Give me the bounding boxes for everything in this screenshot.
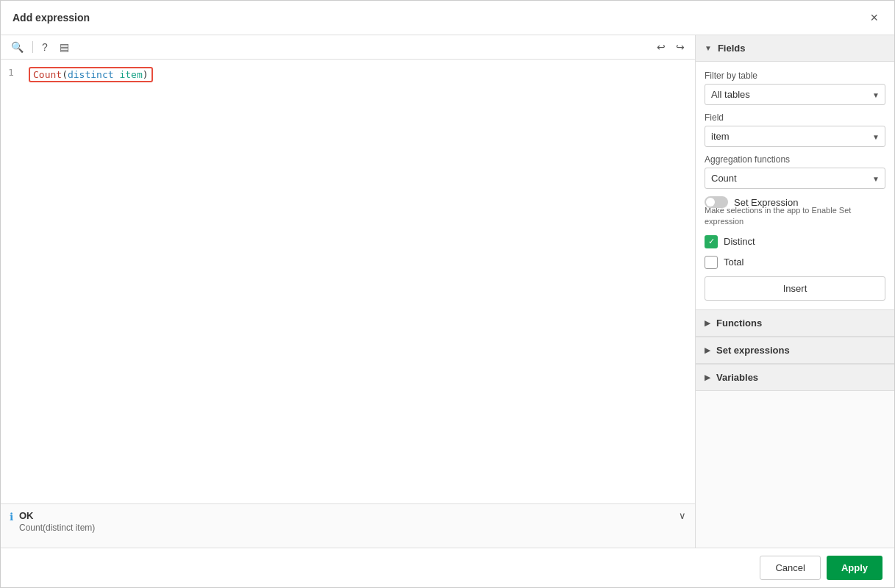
code-expression[interactable]: Count(distinct item) <box>29 67 153 82</box>
toolbar-right: ↩ ↪ <box>654 40 688 54</box>
editor-panel: 🔍 ? ▤ ↩ ↪ 1 <box>1 35 696 548</box>
info-icon: ℹ <box>10 511 13 523</box>
fields-body: Filter by table All tables ▼ Field item <box>696 62 894 309</box>
filter-by-table-label: Filter by table <box>705 71 885 81</box>
fields-section-label: Fields <box>718 43 746 54</box>
close-button[interactable]: × <box>866 10 882 26</box>
line-number: 1 <box>8 67 20 496</box>
search-button[interactable]: 🔍 <box>8 40 26 54</box>
field-group: Field item ▼ <box>705 112 885 147</box>
functions-section-label: Functions <box>716 318 762 329</box>
code-param: item <box>119 69 142 80</box>
variables-chevron-icon: ▶ <box>705 373 710 381</box>
dialog-header: Add expression × <box>1 1 894 35</box>
aggregation-select[interactable]: Count Sum Avg Min Max <box>705 168 885 189</box>
status-ok-label: OK <box>19 510 95 521</box>
distinct-checkbox[interactable]: ✓ <box>705 235 718 248</box>
set-expressions-section-header[interactable]: ▶ Set expressions <box>696 337 894 364</box>
total-checkbox[interactable] <box>705 256 718 269</box>
variables-section-label: Variables <box>716 372 758 383</box>
cancel-button[interactable]: Cancel <box>760 556 820 580</box>
field-select-wrapper: item ▼ <box>705 126 885 147</box>
fields-chevron-icon: ▼ <box>705 44 712 52</box>
total-row: Total <box>705 256 885 269</box>
editor-toolbar: 🔍 ? ▤ ↩ ↪ <box>1 35 695 60</box>
set-expression-group: Set Expression Make selections in the ap… <box>705 196 885 228</box>
field-select[interactable]: item <box>705 126 885 147</box>
dialog-title: Add expression <box>13 12 90 24</box>
dialog-body: 🔍 ? ▤ ↩ ↪ 1 <box>1 35 894 548</box>
distinct-row: ✓ Distinct <box>705 235 885 248</box>
set-expressions-chevron-icon: ▶ <box>705 346 710 354</box>
variables-section: ▶ Variables <box>696 364 894 391</box>
distinct-label: Distinct <box>724 236 755 247</box>
toggle-knob <box>706 198 715 207</box>
set-expressions-section: ▶ Set expressions <box>696 337 894 364</box>
search-icon: 🔍 <box>11 41 24 53</box>
redo-icon: ↪ <box>676 41 685 53</box>
undo-icon: ↩ <box>657 41 666 53</box>
set-expression-hint: Make selections in the app to Enable Set… <box>705 205 885 228</box>
functions-chevron-icon: ▶ <box>705 319 710 327</box>
apply-button[interactable]: Apply <box>827 556 882 580</box>
filter-table-select[interactable]: All tables <box>705 84 885 105</box>
editor-area[interactable]: 1 Count(distinct item) <box>1 60 695 503</box>
status-bar: ℹ OK Count(distinct item) ∨ <box>1 503 695 548</box>
toolbar-divider <box>32 41 33 53</box>
fields-section-header[interactable]: ▼ Fields <box>696 35 894 62</box>
status-expression: Count(distinct item) <box>19 523 95 533</box>
filter-table-select-wrapper: All tables ▼ <box>705 84 885 105</box>
filter-by-table-group: Filter by table All tables ▼ <box>705 71 885 105</box>
functions-section: ▶ Functions <box>696 309 894 337</box>
set-expression-toggle[interactable] <box>705 196 728 208</box>
snippet-icon: ▤ <box>60 41 69 53</box>
aggregation-label: Aggregation functions <box>705 154 885 165</box>
status-content: OK Count(distinct item) <box>19 510 95 533</box>
code-content[interactable]: Count(distinct item) <box>29 67 688 496</box>
variables-section-header[interactable]: ▶ Variables <box>696 365 894 391</box>
insert-button[interactable]: Insert <box>705 276 885 301</box>
help-icon: ? <box>42 41 48 53</box>
dialog-footer: Cancel Apply <box>1 548 894 587</box>
help-button[interactable]: ? <box>39 40 51 54</box>
right-panel: ▼ Fields Filter by table All tables ▼ <box>696 35 894 548</box>
aggregation-select-wrapper: Count Sum Avg Min Max ▼ <box>705 168 885 189</box>
aggregation-group: Aggregation functions Count Sum Avg Min … <box>705 154 885 189</box>
redo-button[interactable]: ↪ <box>673 40 688 54</box>
add-expression-dialog: Add expression × 🔍 ? ▤ ↩ <box>0 0 895 588</box>
snippet-button[interactable]: ▤ <box>57 40 72 54</box>
expand-icon[interactable]: ∨ <box>679 510 686 521</box>
set-expressions-section-label: Set expressions <box>716 345 790 356</box>
total-label: Total <box>724 257 744 268</box>
field-label: Field <box>705 112 885 123</box>
code-keyword: distinct <box>68 69 114 80</box>
functions-section-header[interactable]: ▶ Functions <box>696 310 894 337</box>
code-function: Count <box>33 69 62 80</box>
undo-button[interactable]: ↩ <box>654 40 668 54</box>
